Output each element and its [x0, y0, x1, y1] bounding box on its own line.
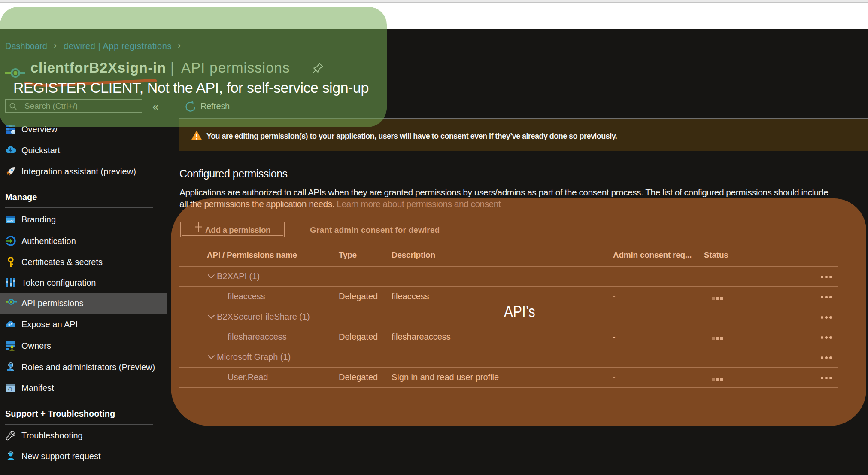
svg-text:{}: {}: [8, 387, 12, 392]
svg-text:www: www: [6, 219, 14, 222]
